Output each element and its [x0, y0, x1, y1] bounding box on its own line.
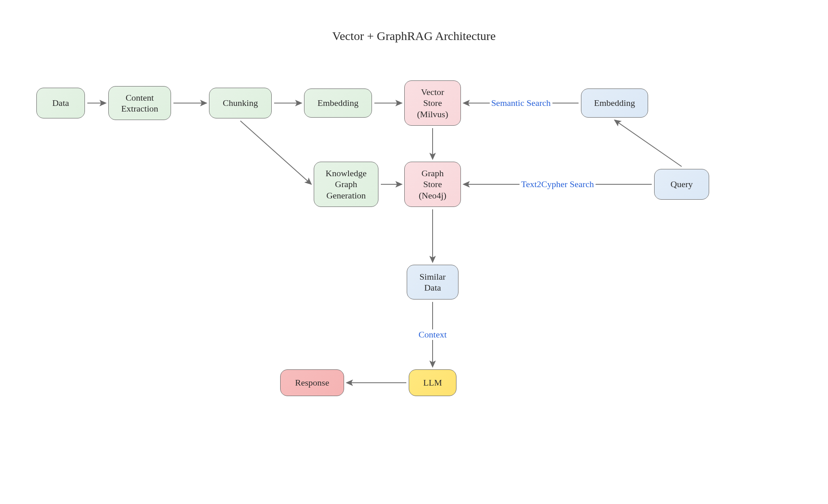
diagram-title: Vector + GraphRAG Architecture [0, 29, 828, 43]
node-embedding1: Embedding [304, 89, 372, 118]
node-vectorstore: VectorStore(Milvus) [404, 80, 461, 126]
node-data: Data [36, 88, 85, 118]
node-graphstore: GraphStore(Neo4j) [404, 162, 461, 207]
edge-label-embedding2-to-vectorstore: Semantic Search [490, 98, 552, 108]
node-extract: ContentExtraction [108, 86, 171, 120]
edge-label-query-to-graphstore: Text2Cypher Search [520, 179, 596, 190]
arrow-layer [0, 0, 828, 504]
node-chunking: Chunking [209, 88, 272, 118]
edge-query-to-embedding2 [615, 120, 682, 167]
node-similar: SimilarData [407, 265, 458, 299]
edge-chunking-to-kg [241, 121, 312, 184]
node-response: Response [280, 369, 344, 396]
node-embedding2: Embedding [581, 89, 648, 118]
diagram-canvas: Vector + GraphRAG Architecture DataConte… [0, 0, 828, 504]
node-llm: LLM [409, 369, 456, 396]
node-kg: KnowledgeGraphGeneration [314, 162, 378, 207]
edge-label-similar-to-llm: Context [417, 329, 448, 340]
node-query: Query [654, 169, 709, 200]
